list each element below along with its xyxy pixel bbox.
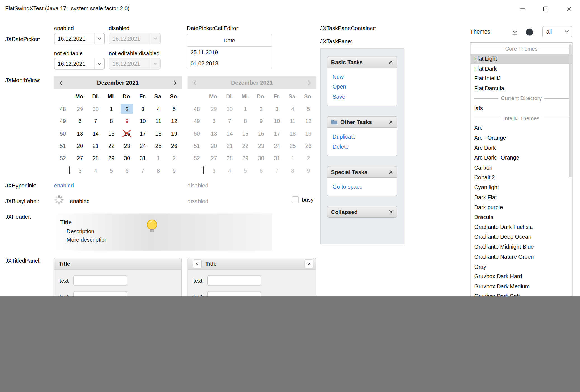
- theme-item[interactable]: Gruvbox Dark Hard: [470, 272, 572, 282]
- themes-filter-combobox[interactable]: all: [542, 26, 572, 37]
- taskpane-header[interactable]: Other Tasks: [327, 116, 397, 128]
- panel-left-button[interactable]: <: [193, 259, 202, 268]
- theme-item[interactable]: Flat IntelliJ: [470, 74, 572, 84]
- text-input[interactable]: [73, 291, 127, 296]
- calendar-day[interactable]: 25: [150, 140, 166, 152]
- theme-item[interactable]: Flat Darcula: [470, 84, 572, 93]
- calendar-day[interactable]: 5: [103, 164, 119, 177]
- taskpane-header[interactable]: Special Tasks: [327, 166, 397, 178]
- calendar-day[interactable]: 24: [135, 140, 150, 152]
- calendar-day[interactable]: 1: [150, 152, 166, 164]
- theme-item[interactable]: Flat Dark: [470, 64, 572, 73]
- github-button[interactable]: [524, 27, 534, 37]
- theme-item[interactable]: Flat Light: [470, 54, 572, 64]
- task-link[interactable]: Duplicate: [333, 132, 392, 142]
- panel-right-button[interactable]: >: [305, 259, 313, 268]
- taskpane-header[interactable]: Collapsed: [327, 206, 397, 218]
- theme-item[interactable]: lafs: [470, 103, 572, 113]
- datepicker-dropdown-button[interactable]: [94, 58, 104, 69]
- calendar-day[interactable]: 14: [88, 127, 103, 140]
- calendar-day[interactable]: 21: [88, 140, 103, 152]
- collapse-icon[interactable]: [388, 120, 393, 124]
- theme-item[interactable]: Gradianto Dark Fuchsia: [470, 222, 572, 232]
- theme-item[interactable]: Gruvbox Dark Soft: [470, 292, 572, 296]
- checkbox-busy[interactable]: busy: [292, 196, 314, 203]
- calendar-day[interactable]: 15: [103, 127, 119, 140]
- calendar-day[interactable]: 26: [166, 140, 182, 152]
- calendar-day[interactable]: 1: [103, 103, 119, 115]
- calendar-day[interactable]: 18: [150, 127, 166, 140]
- task-link[interactable]: Go to space: [333, 181, 392, 191]
- theme-item[interactable]: Dark Flat: [470, 193, 572, 202]
- calendar-day[interactable]: 6: [119, 164, 135, 177]
- calendar-day[interactable]: 2: [166, 152, 182, 164]
- calendar-day[interactable]: 3: [135, 103, 150, 115]
- task-link[interactable]: Open: [333, 82, 392, 92]
- calendar-day[interactable]: 28: [88, 152, 103, 164]
- calendar-day[interactable]: 29: [103, 152, 119, 164]
- theme-item[interactable]: Arc Dark - Orange: [470, 153, 572, 163]
- next-month-button[interactable]: [168, 76, 182, 89]
- collapse-icon[interactable]: [388, 60, 393, 65]
- theme-item[interactable]: Arc - Orange: [470, 133, 572, 143]
- datepicker-dropdown-button[interactable]: [94, 33, 104, 44]
- text-input[interactable]: [73, 275, 127, 286]
- theme-item[interactable]: Gray: [470, 262, 572, 272]
- theme-item[interactable]: Gradianto Deep Ocean: [470, 232, 572, 242]
- theme-item[interactable]: Cyan light: [470, 183, 572, 193]
- calendar-day[interactable]: 16: [119, 127, 135, 140]
- datepicker-enabled[interactable]: 16.12.2021: [54, 33, 105, 44]
- datepicker-not-editable[interactable]: 16.12.2021: [54, 58, 105, 70]
- monthview-enabled[interactable]: Dezember 2021 Mo.Di.Mi.Do.Fr.Sa.So.48293…: [54, 76, 182, 176]
- expand-icon[interactable]: [388, 209, 393, 214]
- collapse-icon[interactable]: [388, 169, 393, 174]
- calendar-day[interactable]: 19: [166, 127, 182, 140]
- calendar-day[interactable]: 4: [88, 164, 103, 177]
- calendar-day[interactable]: 12: [166, 115, 182, 127]
- theme-item[interactable]: Arc Dark: [470, 143, 572, 153]
- theme-item[interactable]: Dark purple: [470, 203, 572, 212]
- checkbox-box[interactable]: [292, 196, 299, 203]
- themes-list[interactable]: Core ThemesFlat LightFlat DarkFlat Intel…: [470, 42, 572, 296]
- calendar-day[interactable]: 31: [135, 152, 150, 164]
- calendar-day[interactable]: 23: [119, 140, 135, 152]
- theme-item[interactable]: Cobalt 2: [470, 173, 572, 182]
- calendar-day[interactable]: 13: [72, 127, 88, 140]
- calendar-day[interactable]: 3: [72, 164, 88, 177]
- theme-item[interactable]: Gradianto Midnight Blue: [470, 242, 572, 252]
- previous-month-button[interactable]: [54, 76, 68, 89]
- calendar-day[interactable]: 10: [135, 115, 150, 127]
- table-row[interactable]: 25.11.2019: [187, 47, 272, 58]
- theme-item[interactable]: Gradianto Nature Green: [470, 252, 572, 262]
- calendar-day[interactable]: 22: [103, 140, 119, 152]
- close-window-button[interactable]: [557, 0, 580, 18]
- calendar-day[interactable]: 9: [119, 115, 135, 127]
- task-link[interactable]: Save: [333, 92, 392, 102]
- theme-item[interactable]: Dracula: [470, 212, 572, 222]
- hyperlink-enabled[interactable]: enabled: [54, 182, 74, 188]
- calendar-day[interactable]: 20: [72, 140, 88, 152]
- calendar-day[interactable]: 4: [150, 103, 166, 115]
- calendar-day[interactable]: 29: [72, 103, 88, 115]
- theme-item[interactable]: Carbon: [470, 163, 572, 173]
- calendar-day[interactable]: 8: [150, 164, 166, 177]
- text-input[interactable]: [207, 291, 261, 296]
- theme-item[interactable]: Arc: [470, 123, 572, 133]
- calendar-day[interactable]: 2: [119, 103, 135, 115]
- calendar-day[interactable]: 7: [88, 115, 103, 127]
- theme-item[interactable]: Gruvbox Dark Medium: [470, 282, 572, 291]
- taskpane-header[interactable]: Basic Tasks: [327, 56, 397, 68]
- calendar-day[interactable]: 27: [72, 152, 88, 164]
- calendar-day[interactable]: 8: [103, 115, 119, 127]
- table-row[interactable]: 01.02.2018: [187, 58, 272, 69]
- calendar-day[interactable]: 17: [135, 127, 150, 140]
- calendar-day[interactable]: 11: [150, 115, 166, 127]
- minimize-button[interactable]: [511, 0, 534, 18]
- calendar-day[interactable]: 5: [166, 103, 182, 115]
- text-input[interactable]: [207, 275, 261, 286]
- task-link[interactable]: New: [333, 72, 392, 82]
- calendar-day[interactable]: 9: [166, 164, 182, 177]
- task-link[interactable]: Delete: [333, 142, 392, 152]
- calendar-day[interactable]: 30: [119, 152, 135, 164]
- calendar-day[interactable]: 7: [135, 164, 150, 177]
